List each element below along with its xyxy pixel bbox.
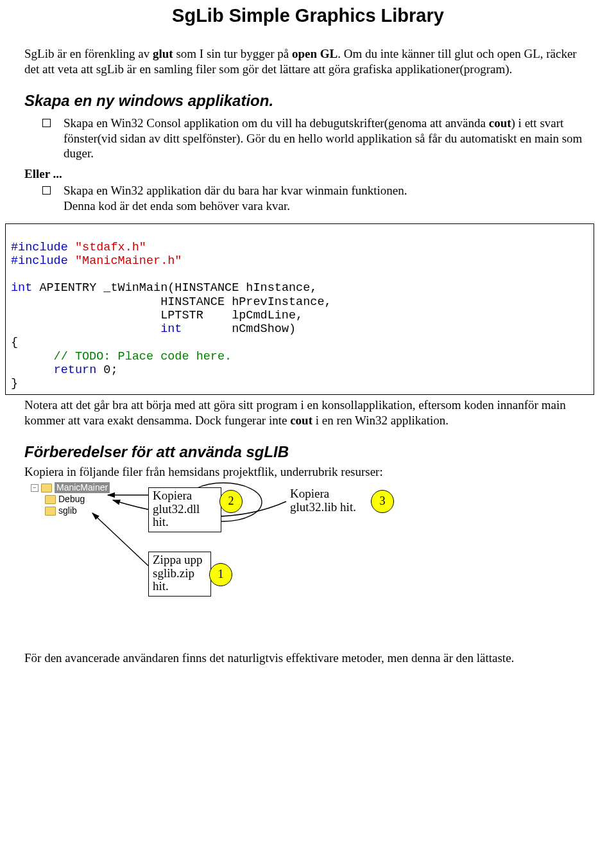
code-text: { [11,336,18,349]
tree-label: Debug [58,494,85,505]
code-keyword: return [54,363,97,377]
annotation-box-zip: Zippa upp sglib.zip hit. [148,552,211,597]
checkbox-icon [42,186,51,195]
eller-label: Eller ... [24,166,592,182]
code-text: LPTSTR lpCmdLine, [11,309,303,322]
page-title: SgLib Simple Graphics Library [24,4,592,27]
annotation-box-dll: Kopiera glut32.dll hit. [148,487,221,533]
checkbox-icon [42,119,51,127]
svg-line-2 [92,513,148,566]
folder-icon [45,507,56,516]
diagram: − ManicMainer Debug sglib Kopiera glut32… [24,481,592,635]
list-item-text: Skapa en Win32 Consol applikation om du … [64,116,592,161]
section-heading-create: Skapa en ny windows applikation. [24,91,592,110]
after-code-paragraph: Notera att det går bra att börja med att… [24,397,592,428]
list-item: Skapa en Win32 applikation där du bara h… [42,183,592,214]
section-heading-prep: Förberedelser för att använda sgLIB [24,442,592,462]
annotation-box-lib: Kopiera glut32.lib hit. [286,486,375,517]
bullet-list-1: Skapa en Win32 Consol applikation om du … [42,116,592,161]
code-text: HINSTANCE hPrevInstance, [11,295,332,309]
step-circle-3: 3 [371,490,394,513]
code-text: APIENTRY _tWinMain(HINSTANCE hInstance, [32,281,317,295]
text: Skapa en Win32 Consol applikation om du … [64,116,489,130]
tree-row-root: − ManicMainer [31,482,110,494]
folder-tree: − ManicMainer Debug sglib [31,482,110,517]
step-circle-1: 1 [209,563,232,586]
step-circle-2: 2 [219,490,243,513]
code-text: 0; [96,363,117,377]
folder-icon [41,484,52,492]
bold-term-opengl: open GL [292,47,338,60]
intro-paragraph: SgLib är en förenkling av glut som I sin… [24,46,592,77]
code-text [11,363,54,377]
tree-row-child: Debug [31,494,110,505]
final-paragraph: För den avancerade användaren finns det … [24,650,592,666]
code-string: "ManicMainer.h" [68,254,182,268]
bullet-list-2: Skapa en Win32 applikation där du bara h… [42,183,592,214]
text: Eller [24,167,50,180]
code-text: } [11,377,18,390]
text: som I sin tur bygger på [173,47,292,60]
code-keyword: #include [11,241,68,254]
code-keyword: int [160,322,182,336]
code-string: "stdafx.h" [68,241,146,254]
code-keyword: int [11,281,32,295]
code-text [11,322,160,336]
code-text: nCmdShow) [182,322,296,336]
bold-term-cout: cout [290,414,312,427]
code-block: #include "stdafx.h" #include "ManicMaine… [5,223,594,395]
collapse-icon: − [31,484,38,492]
list-item: Skapa en Win32 Consol applikation om du … [42,116,592,161]
bold-term-cout: cout [489,116,511,130]
text: ... [50,167,62,180]
tree-row-child: sglib [31,505,110,517]
bold-term-glut: glut [153,47,173,60]
list-item-text: Skapa en Win32 applikation där du bara h… [64,183,592,214]
tree-label: sglib [58,505,77,517]
folder-icon [45,495,56,504]
text: i en ren Win32 applikation. [312,414,449,427]
text: Skapa en Win32 applikation där du bara h… [64,184,407,197]
prep-intro: Kopiera in följande filer från hemsidans… [24,464,592,480]
code-comment: // TODO: Place code here. [11,350,232,363]
code-keyword: #include [11,254,68,268]
text: Denna kod är det enda som behöver vara k… [64,199,290,213]
tree-label-root: ManicMainer [55,482,110,494]
text: SgLib är en förenkling av [24,47,153,60]
